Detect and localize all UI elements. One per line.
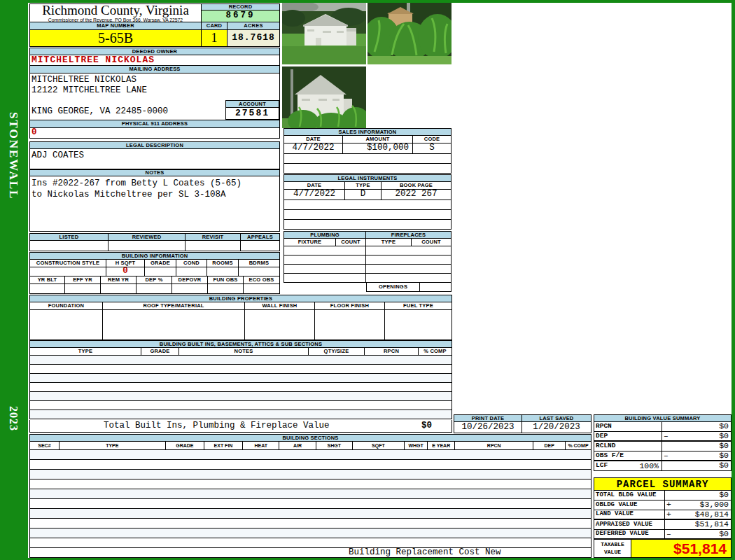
fun-obs-label: FUN OBS xyxy=(208,276,244,284)
notes-line-1: Ins #2022-267 from Betty L Coates (5-65) xyxy=(31,178,241,189)
construction-style-value xyxy=(29,267,106,276)
foundation-label: FOUNDATION xyxy=(29,302,103,310)
county-title: Richmond County, Virginia xyxy=(42,4,189,17)
fireplaces-title: FIREPLACES xyxy=(366,231,451,239)
bvs-lcf-label: LCF xyxy=(594,462,608,469)
heat-label: HEAT xyxy=(243,442,279,450)
legal-description-value: ADJ COATES xyxy=(29,149,280,169)
acres-label: ACRES xyxy=(227,22,280,30)
reviewed-value xyxy=(108,241,186,251)
shgt-label: SHGT xyxy=(316,442,353,450)
parcel-value: $48,814 xyxy=(695,510,731,519)
openings-value xyxy=(420,283,451,292)
last-saved-label: LAST SAVED xyxy=(522,414,592,422)
account-value: 27581 xyxy=(225,108,279,120)
bvs-lcf-percent: 100% xyxy=(639,461,662,470)
sales-code-label: CODE xyxy=(413,136,451,144)
built-ins-total-value: $0 xyxy=(421,421,451,432)
bvs-row-label: DEP xyxy=(594,432,662,442)
building-value-summary-block: BUILDING VALUE SUMMARY RPCN $0 DEP – $0 … xyxy=(594,414,732,471)
dep-pct-label: DEP % xyxy=(136,276,172,284)
account-box: ACCOUNT 27581 xyxy=(225,100,279,120)
bdrms-value xyxy=(239,267,280,276)
listed-label: LISTED xyxy=(29,233,108,241)
parcel-row-label: DEFERRED VALUE xyxy=(594,530,665,540)
property-photo-cornfield-shed xyxy=(368,3,451,64)
instruments-empty-row xyxy=(284,210,451,220)
parcel-value: $0 xyxy=(719,530,731,538)
deeded-owner-value: MITCHELTREE NICKOLAS xyxy=(29,55,280,66)
sales-empty-row xyxy=(284,164,451,174)
account-label: ACCOUNT xyxy=(225,100,279,108)
review-block: LISTED REVIEWED REVISIT APPEALS xyxy=(29,233,280,251)
parcel-summary-block: PARCEL SUMMARY TOTAL BLDG VALUE $0 OBLDG… xyxy=(594,477,732,558)
built-ins-empty-row xyxy=(29,392,452,401)
foundation-value xyxy=(29,310,103,340)
sections-empty-row xyxy=(29,470,592,479)
acres-value: 18.7618 xyxy=(227,30,280,47)
county-subtitle: Commissioner of the Revenue, PO Box 366,… xyxy=(48,18,183,22)
openings-spacer xyxy=(284,283,366,292)
print-date-label: PRINT DATE xyxy=(454,414,522,422)
record-label: RECORD xyxy=(202,4,279,10)
owner-block: DEEDED OWNER MITCHELTREE NICKOLAS MAILIN… xyxy=(29,48,280,139)
sales-empty-row xyxy=(284,154,451,164)
sales-code-value: S xyxy=(413,144,451,154)
whgt-label: WHGT xyxy=(405,442,428,450)
plumbing-fireplaces-block: PLUMBING FIREPLACES FIXTURE COUNT TYPE C… xyxy=(284,231,451,292)
built-ins-comp-label: % COMP xyxy=(419,348,452,356)
sections-empty-row xyxy=(29,528,592,538)
eyear-label: E YEAR xyxy=(428,442,455,450)
notes-block: NOTES Ins #2022-267 from Betty L Coates … xyxy=(29,169,280,232)
parcel-op: + xyxy=(665,510,671,519)
built-ins-grade-label: GRADE xyxy=(141,348,179,356)
parcel-value: $0 xyxy=(719,491,731,500)
sales-date-value: 4/7/2022 xyxy=(284,144,343,154)
last-saved-value: 1/20/2023 xyxy=(522,422,592,433)
hsqft-value: 0 xyxy=(106,267,145,276)
eco-obs-value xyxy=(244,284,280,294)
instruments-date-value: 4/7/2022 xyxy=(284,190,345,200)
taxable-value-label: TAXABLE VALUE xyxy=(594,540,631,558)
parcel-row-value-cell: + $48,814 xyxy=(665,510,732,520)
parcel-row-value-cell: $51,814 xyxy=(665,520,732,530)
openings-label: OPENINGS xyxy=(366,283,420,292)
bvs-row-label: RPCN xyxy=(594,422,662,432)
bvs-value: $0 xyxy=(719,451,731,460)
bvs-row-value-cell: $0 xyxy=(662,442,732,451)
built-ins-block: BUILDING BUILT INS, BASEMENTS, ATTICS & … xyxy=(29,340,452,433)
physical-911-label: PHYSICAL 911 ADDRESS xyxy=(29,120,280,128)
fireplaces-empty-cell xyxy=(366,265,451,274)
notes-label: NOTES xyxy=(29,169,280,176)
built-ins-title: BUILDING BUILT INS, BASEMENTS, ATTICS & … xyxy=(29,340,452,348)
building-sections-block: BUILDING SECTIONS SEC# TYPE GRADE EXT FI… xyxy=(29,434,592,558)
rem-yr-label: REM YR xyxy=(101,276,136,284)
county-header-block: Richmond County, Virginia Commissioner o… xyxy=(29,4,280,47)
parcel-value: $3,000 xyxy=(700,500,731,510)
built-ins-empty-row xyxy=(29,356,452,365)
roof-type-label: ROOF TYPE/MATERIAL xyxy=(103,302,245,310)
taxable-label-line2: VALUE xyxy=(604,549,621,556)
sections-empty-row xyxy=(29,479,592,489)
cond-value xyxy=(176,267,207,276)
bvs-value: $0 xyxy=(719,461,731,470)
bvs-value: $0 xyxy=(719,422,731,431)
sections-empty-row xyxy=(29,538,592,548)
eco-obs-label: ECO OBS xyxy=(244,276,280,284)
ext-fin-label: EXT FIN xyxy=(204,442,243,450)
parcel-row-value-cell: + $3,000 xyxy=(665,500,732,510)
yr-blt-label: YR BLT xyxy=(29,276,65,284)
card-value: 1 xyxy=(202,30,227,47)
print-info-block: PRINT DATE LAST SAVED 10/26/2023 1/20/20… xyxy=(454,414,592,433)
type-label: TYPE xyxy=(59,442,166,450)
reviewed-label: REVIEWED xyxy=(108,233,186,241)
built-ins-rpcn-label: RPCN xyxy=(365,348,419,356)
building-properties-title: BUILDING PROPERTIES xyxy=(29,295,452,302)
fireplace-type-label: TYPE xyxy=(366,239,412,246)
taxable-value: $51,814 xyxy=(631,540,732,558)
instruments-date-label: DATE xyxy=(284,182,345,190)
mailing-line-1: MITCHELTREE NICKOLAS xyxy=(31,75,136,85)
bvs-row-label: RCLND xyxy=(594,442,662,451)
property-record-card: STONEWALL 2023 Richmond County, Virginia… xyxy=(0,0,735,560)
fireplace-count-label: COUNT xyxy=(412,239,451,246)
